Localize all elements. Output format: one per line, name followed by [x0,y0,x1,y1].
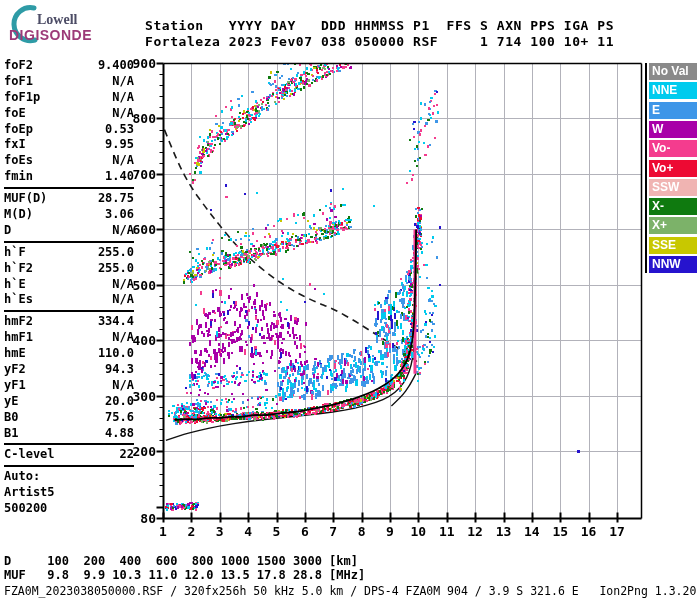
param-value: 255.0 [98,261,134,277]
param-label: foEp [4,122,33,138]
param-value: 75.6 [105,410,134,426]
param-label: fmin [4,169,33,185]
param-value: 9.95 [105,137,134,153]
x-axis-label: 7 [321,524,345,539]
x-axis-label: 10 [406,524,430,539]
param-value: 255.0 [98,245,134,261]
param-label: M(D) [4,207,33,223]
y-axis-label: 500 [126,278,156,293]
legend-label: SSW [652,180,679,194]
legend-item-ssw: SSW [649,179,697,196]
legend-item-e: E [649,102,697,119]
legend-label: NNE [652,83,677,97]
param-row: DN/A [4,223,134,239]
param-row: fmin1.40 [4,169,134,185]
parameter-panel: foF29.400foF1N/AfoF1pN/AfoEN/AfoEp0.53fx… [4,58,134,517]
x-axis-label: 1 [151,524,175,539]
param-row: fxI9.95 [4,137,134,153]
param-row: h`EN/A [4,277,134,293]
legend-item-x-: X+ [649,217,697,234]
y-axis-label: 800 [126,111,156,126]
param-value: 4.88 [105,426,134,442]
legend-item-nne: NNE [649,82,697,99]
param-label: C-level [4,447,55,463]
param-label: yE [4,394,18,410]
param-row: M(D)3.06 [4,207,134,223]
param-row: h`F2255.0 [4,261,134,277]
legend-item-nnw: NNW [649,256,697,273]
y-axis-label: 700 [126,167,156,182]
header-labels-row: Station YYYY DAY DDD HHMMSS P1 FFS S AXN… [145,18,614,33]
param-value: 3.06 [105,207,134,223]
legend-label: Vo+ [652,161,673,175]
ionogram-app-frame: Lowell DIGISONDE Station YYYY DAY DDD HH… [0,0,700,600]
param-value: N/A [112,292,134,308]
x-axis-label: 17 [605,524,629,539]
legend-label: Vo- [652,141,670,155]
param-label: D [4,223,11,239]
distance-row: D 100 200 400 600 800 1000 1500 3000 [km… [4,554,358,568]
x-axis-label: 3 [208,524,232,539]
x-axis-label: 14 [520,524,544,539]
param-row: hmF1N/A [4,330,134,346]
y-axis-label: 900 [126,56,156,71]
param-divider [4,465,134,467]
param-divider [4,187,134,189]
param-row: yF1N/A [4,378,134,394]
param-row: Auto: [4,469,134,485]
legend-label: E [652,103,660,117]
param-row: foF29.400 [4,58,134,74]
legend-item-vo-: Vo- [649,140,697,157]
legend-item-vo-: Vo+ [649,160,697,177]
param-label: h`Es [4,292,33,308]
y-axis-label: 200 [126,444,156,459]
legend-label: NNW [652,257,681,271]
param-label: foEs [4,153,33,169]
param-label: h`E [4,277,26,293]
param-row: foEsN/A [4,153,134,169]
legend-item-no-val: No Val [649,63,697,80]
param-row: foF1pN/A [4,90,134,106]
x-axis-label: 12 [463,524,487,539]
digisonde-logo: Lowell DIGISONDE [4,4,124,48]
legend-label: X- [652,199,664,213]
legend-label: W [652,122,663,136]
param-label: yF2 [4,362,26,378]
param-row: 500200 [4,501,134,517]
param-value: 28.75 [98,191,134,207]
y-axis-label: 400 [126,333,156,348]
legend-label: SSE [652,238,676,252]
y-axis-label: 300 [126,389,156,404]
x-axis-label: 13 [492,524,516,539]
x-axis-label: 15 [548,524,572,539]
param-row: h`F255.0 [4,245,134,261]
param-label: h`F2 [4,261,33,277]
param-label: Auto: [4,469,40,485]
param-label: B1 [4,426,18,442]
param-label: foF2 [4,58,33,74]
param-label: Artist5 [4,485,55,501]
param-row: B075.6 [4,410,134,426]
legend-item-x-: X- [649,198,697,215]
param-value: 94.3 [105,362,134,378]
param-row: h`EsN/A [4,292,134,308]
param-row: Artist5 [4,485,134,501]
param-row: foF1N/A [4,74,134,90]
legend-item-sse: SSE [649,237,697,254]
param-divider [4,241,134,243]
param-label: B0 [4,410,18,426]
param-value: 334.4 [98,314,134,330]
param-label: fxI [4,137,26,153]
legend-item-w: W [649,121,697,138]
param-label: foF1p [4,90,40,106]
param-label: yF1 [4,378,26,394]
x-axis-label: 8 [350,524,374,539]
muf-row: MUF 9.8 9.9 10.3 11.0 12.0 13.5 17.8 28.… [4,568,365,582]
param-row: C-level22 [4,447,134,463]
param-value: 110.0 [98,346,134,362]
y-axis-label: 600 [126,222,156,237]
param-label: 500200 [4,501,47,517]
param-label: hmF2 [4,314,33,330]
x-axis-label: 4 [236,524,260,539]
param-label: MUF(D) [4,191,47,207]
